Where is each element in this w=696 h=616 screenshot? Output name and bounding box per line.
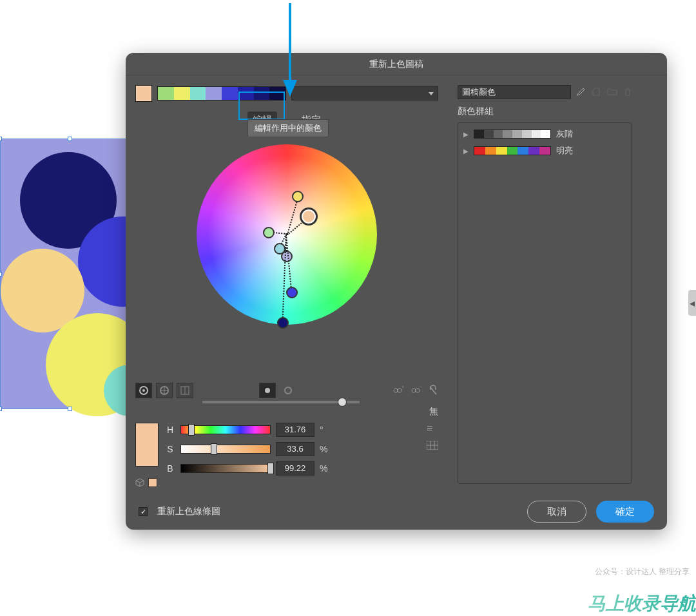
- bri-slider[interactable]: [180, 464, 271, 473]
- wheel-color-node[interactable]: [292, 191, 304, 202]
- recolor-dialog: 重新上色圖稿 編輯 指定: [126, 53, 667, 530]
- wheel-color-node[interactable]: [300, 207, 318, 226]
- cube-icon[interactable]: [135, 478, 144, 487]
- chevron-right-icon: ▶: [463, 131, 469, 138]
- dialog-title: 重新上色圖稿: [126, 53, 667, 75]
- brightness-mode-lum[interactable]: [280, 383, 296, 398]
- save-group-icon[interactable]: [592, 88, 601, 97]
- color-groups-list: ▶ 灰階 ▶ 明亮: [458, 122, 632, 484]
- color-group-grayscale[interactable]: ▶ 灰階: [462, 127, 627, 141]
- right-panel: 圖稿顏色 顏色群組: [448, 75, 641, 494]
- selection-handle[interactable]: [68, 137, 72, 141]
- unlink-harmony-icon[interactable]: −: [410, 385, 421, 396]
- selection-handle[interactable]: [0, 272, 2, 276]
- color-mode-menu-icon[interactable]: ≡: [427, 423, 438, 434]
- dialog-footer: ✓ 重新上色線條圖 取消 確定: [126, 494, 667, 530]
- tooltip-edit-active: 編輯作用中的顏色: [247, 119, 329, 137]
- color-groups-title: 顏色群組: [458, 106, 632, 117]
- ok-button[interactable]: 確定: [596, 501, 654, 523]
- wheel-color-node[interactable]: [277, 317, 289, 329]
- hue-unit: °: [320, 425, 330, 435]
- wheel-color-node[interactable]: [286, 287, 298, 298]
- link-lock-icon[interactable]: [428, 385, 438, 396]
- hue-value[interactable]: 31.76: [276, 423, 314, 437]
- chevron-right-icon: ▶: [463, 148, 469, 155]
- wheel-color-node[interactable]: [263, 227, 275, 238]
- hue-label: H: [165, 425, 175, 435]
- current-color-chip[interactable]: [135, 423, 159, 467]
- color-wheel[interactable]: [197, 144, 377, 325]
- watermark-brand: 马上收录导航: [588, 592, 696, 616]
- brightness-slider[interactable]: [202, 401, 360, 403]
- recolor-art-label: 重新上色線條圖: [157, 506, 220, 517]
- side-collapse-handle[interactable]: ◂: [688, 290, 696, 316]
- svg-point-8: [285, 387, 291, 394]
- wheel-mode-bars[interactable]: [177, 383, 193, 398]
- artwork-canvas: [0, 139, 142, 409]
- recolor-art-checkbox[interactable]: ✓: [139, 507, 148, 516]
- color-group-bright[interactable]: ▶ 明亮: [462, 144, 627, 158]
- selection-handle[interactable]: [0, 137, 2, 141]
- sat-label: S: [165, 444, 175, 454]
- color-reduction-label: 無: [135, 406, 438, 418]
- svg-point-7: [265, 388, 270, 393]
- cancel-button[interactable]: 取消: [527, 501, 586, 523]
- bri-label: B: [165, 463, 175, 474]
- color-group-name-input[interactable]: 圖稿顏色: [458, 85, 571, 99]
- svg-point-12: [412, 389, 416, 392]
- eyedropper-icon[interactable]: [576, 88, 585, 97]
- active-color-swatch[interactable]: [135, 85, 152, 102]
- brightness-mode-hue[interactable]: [259, 383, 276, 398]
- sat-unit: %: [320, 444, 330, 454]
- hue-slider[interactable]: [180, 425, 271, 434]
- folder-icon[interactable]: [607, 88, 617, 97]
- trash-icon[interactable]: [624, 88, 632, 97]
- selection-handle[interactable]: [68, 407, 72, 411]
- color-preset-dropdown[interactable]: [291, 86, 438, 101]
- source-color-strip[interactable]: [157, 86, 286, 101]
- wheel-mode-smooth[interactable]: [135, 383, 152, 398]
- group-label: 灰階: [556, 128, 573, 140]
- bri-value[interactable]: 99.22: [276, 461, 314, 476]
- swatch-palette-icon[interactable]: [427, 441, 438, 450]
- svg-point-9: [394, 389, 398, 392]
- svg-text:−: −: [420, 385, 421, 390]
- link-harmony-icon[interactable]: +: [392, 385, 403, 396]
- left-panel: 編輯 指定: [126, 75, 448, 494]
- svg-point-1: [142, 389, 145, 392]
- small-color-chip[interactable]: [148, 478, 157, 487]
- sat-slider[interactable]: [180, 445, 271, 454]
- bri-unit: %: [320, 463, 330, 474]
- group-label: 明亮: [556, 145, 573, 157]
- wheel-mode-segmented[interactable]: [156, 383, 173, 398]
- watermark-credit: 公众号：设计达人 整理分享: [595, 566, 690, 577]
- sat-value[interactable]: 33.6: [276, 442, 314, 456]
- selection-handle[interactable]: [0, 407, 2, 411]
- svg-text:+: +: [401, 385, 403, 390]
